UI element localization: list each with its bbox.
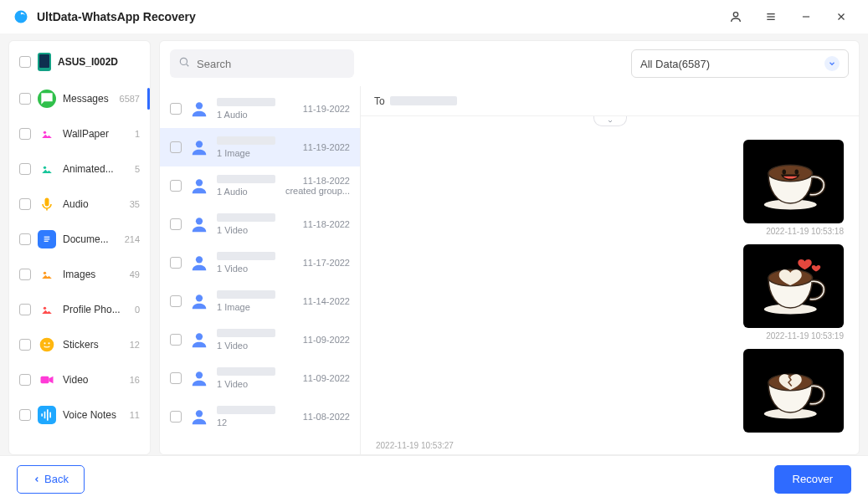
conversation-row[interactable]: 1211-08-2022: [160, 397, 360, 436]
incoming-timestamp: 2022-11-19 10:53:27: [376, 441, 454, 450]
conversation-checkbox[interactable]: [170, 141, 182, 153]
chat-body[interactable]: 2022-11-19 10:53:182022-11-19 10:53:1920…: [361, 126, 859, 454]
collapse-toggle[interactable]: [593, 116, 627, 126]
close-icon[interactable]: [828, 3, 855, 30]
conversation-checkbox[interactable]: [170, 411, 182, 423]
category-label: Video: [63, 374, 123, 386]
conversation-checkbox[interactable]: [170, 334, 182, 346]
search-icon: [178, 56, 190, 71]
conversation-subtitle: 1 Image: [217, 302, 295, 312]
category-checkbox[interactable]: [19, 269, 31, 280]
sidebar-item-messages[interactable]: Messages6587: [13, 81, 146, 116]
wave-icon: [38, 406, 56, 424]
chat-icon: [38, 90, 56, 108]
category-count: 16: [130, 375, 140, 385]
conversation-name-blurred: [217, 98, 275, 106]
search-box[interactable]: [170, 49, 354, 78]
conversation-date: 11-18-2022: [285, 176, 350, 186]
conversation-name-blurred: [217, 175, 275, 183]
category-label: Voice Notes: [63, 409, 123, 421]
user-icon: [190, 292, 208, 310]
filter-dropdown[interactable]: All Data(6587): [631, 49, 849, 78]
conversation-row[interactable]: 1 Audio11-18-2022created group...: [160, 166, 360, 205]
conversation-checkbox[interactable]: [170, 218, 182, 230]
conversation-subtitle: 1 Audio: [217, 187, 277, 197]
sidebar-item-docume-[interactable]: Docume...214: [13, 222, 146, 257]
sidebar-item-profile-pho-[interactable]: Profile Pho...0: [13, 292, 146, 327]
sidebar-item-voice-notes[interactable]: Voice Notes11: [13, 397, 146, 433]
chat-header: To: [361, 86, 859, 116]
chat-pane: To 2022-11-19 10:53:182022-11-19 10:53:1…: [361, 86, 859, 454]
conversation-subtitle: 1 Video: [217, 264, 295, 274]
conversation-row[interactable]: 1 Video11-18-2022: [160, 205, 360, 243]
conversation-row[interactable]: 1 Image11-19-2022: [160, 128, 360, 166]
conversation-checkbox[interactable]: [170, 295, 182, 307]
outgoing-message[interactable]: [743, 349, 844, 433]
smile-icon: [38, 336, 56, 354]
menu-icon[interactable]: [758, 3, 784, 30]
category-checkbox[interactable]: [19, 304, 31, 315]
sidebar-item-images[interactable]: Images49: [13, 257, 146, 292]
conversation-date: 11-14-2022: [303, 296, 350, 306]
recover-button[interactable]: Recover: [774, 465, 851, 494]
mic-icon: [38, 195, 56, 213]
image-icon: [38, 125, 56, 143]
conversation-subtitle: 12: [217, 417, 295, 428]
conversation-date: 11-18-2022: [303, 219, 350, 229]
category-checkbox[interactable]: [19, 93, 31, 105]
conversation-checkbox[interactable]: [170, 372, 182, 384]
svg-point-10: [795, 169, 799, 174]
conversation-name-blurred: [217, 329, 275, 337]
category-count: 0: [135, 305, 140, 315]
device-row[interactable]: ASUS_I002D: [13, 48, 146, 81]
minimize-icon[interactable]: [793, 3, 819, 30]
conversation-checkbox[interactable]: [170, 257, 182, 269]
search-input[interactable]: [197, 58, 346, 70]
category-checkbox[interactable]: [19, 198, 31, 210]
category-label: Audio: [63, 198, 123, 210]
sidebar-item-animated-[interactable]: Animated...5: [13, 151, 146, 187]
device-checkbox[interactable]: [19, 56, 31, 68]
user-icon: [190, 138, 208, 156]
conversation-row[interactable]: 1 Video11-09-2022: [160, 320, 360, 359]
conversation-list[interactable]: 1 Audio11-19-20221 Image11-19-20221 Audi…: [160, 86, 361, 454]
sidebar-item-video[interactable]: Video16: [13, 362, 146, 397]
back-button[interactable]: Back: [17, 465, 85, 494]
outgoing-message[interactable]: 2022-11-19 10:53:18: [743, 140, 844, 236]
user-icon: [190, 369, 208, 387]
conversation-checkbox[interactable]: [170, 180, 182, 192]
category-count: 5: [135, 164, 140, 174]
category-checkbox[interactable]: [19, 233, 31, 245]
conversation-name-blurred: [217, 367, 275, 376]
category-label: Stickers: [63, 339, 123, 351]
conversation-row[interactable]: 1 Video11-17-2022: [160, 243, 360, 282]
category-count: 6587: [120, 94, 140, 104]
svg-line-8: [187, 64, 189, 67]
image-icon: [38, 265, 56, 284]
conversation-date: 11-09-2022: [303, 335, 350, 345]
category-checkbox[interactable]: [19, 409, 31, 421]
category-checkbox[interactable]: [19, 339, 31, 351]
category-checkbox[interactable]: [19, 128, 31, 140]
titlebar: UltData-WhatsApp Recovery: [0, 0, 868, 33]
sidebar-item-stickers[interactable]: Stickers12: [13, 327, 146, 362]
conversation-checkbox[interactable]: [170, 103, 182, 115]
user-icon: [190, 330, 208, 349]
conversation-row[interactable]: 1 Image11-14-2022: [160, 282, 360, 320]
sidebar-item-wallpaper[interactable]: WallPaper1: [13, 116, 146, 151]
app-title: UltData-WhatsApp Recovery: [37, 10, 196, 23]
device-name: ASUS_I002D: [58, 56, 118, 68]
conversation-row[interactable]: 1 Video11-09-2022: [160, 359, 360, 397]
filter-label: All Data(6587): [640, 58, 710, 70]
category-checkbox[interactable]: [19, 374, 31, 386]
conversation-subtitle: 1 Video: [217, 341, 295, 351]
conversation-subtitle: 1 Image: [217, 148, 295, 158]
outgoing-message[interactable]: 2022-11-19 10:53:19: [743, 244, 844, 341]
category-checkbox[interactable]: [19, 163, 31, 175]
conversation-row[interactable]: 1 Audio11-19-2022: [160, 90, 360, 128]
back-button-label: Back: [44, 473, 69, 485]
conversation-name-blurred: [217, 252, 275, 260]
account-icon[interactable]: [722, 3, 749, 30]
sidebar-item-audio[interactable]: Audio35: [13, 187, 146, 222]
conversation-subtitle: 1 Audio: [217, 110, 295, 120]
